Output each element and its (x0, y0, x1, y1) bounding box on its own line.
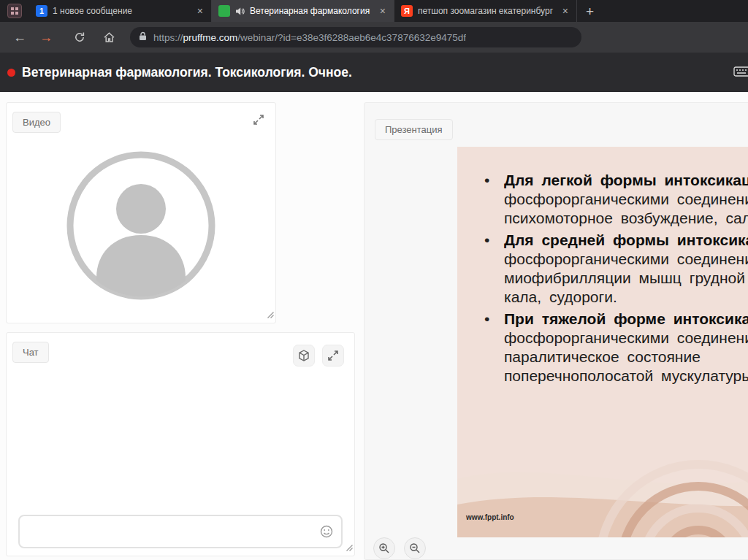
expand-icon[interactable] (322, 345, 344, 367)
slide-text-line: Для легкой формы интоксикации (504, 171, 748, 190)
avatar (64, 148, 218, 306)
address-bar[interactable]: https://pruffme.com/webinar/?id=e38e3f62… (130, 27, 581, 47)
slide-bullet: • Для средней формы интоксикации фосфоро… (484, 231, 748, 307)
expand-icon[interactable] (252, 113, 265, 129)
close-icon[interactable]: × (196, 6, 205, 16)
video-panel: Видео (6, 102, 276, 323)
forward-button[interactable]: → (35, 26, 57, 48)
tab-title: петшоп зоомагазин екатеринбург (418, 6, 556, 16)
slide-footer: www.fppt.info (466, 513, 514, 521)
home-icon[interactable] (98, 26, 120, 48)
presentation-slide: • Для легкой формы интоксикации фосфорор… (457, 147, 748, 537)
slide-text-line: поперечнополосатой мускулатуры (504, 367, 748, 386)
video-panel-label: Видео (12, 112, 61, 133)
webinar-header: Ветеринарная фармакология. Токсикология.… (0, 53, 748, 92)
chat-panel: Чат (6, 332, 355, 556)
zoom-in-icon[interactable] (373, 537, 395, 559)
browser-logo-icon[interactable] (7, 4, 22, 18)
slide-text-line: паралитическое состояние (504, 348, 748, 367)
bullet-marker: • (484, 310, 504, 386)
tab-new-message[interactable]: 1 1 новое сообщение × (29, 0, 212, 22)
close-icon[interactable]: × (561, 6, 570, 16)
slide-bullet: • При тяжелой форме интоксикации фосфоро… (484, 310, 748, 386)
emoji-icon[interactable] (319, 524, 334, 539)
new-tab-button[interactable]: + (586, 4, 594, 18)
webinar-main: Видео Чат (0, 92, 748, 560)
url-path: /webinar/?id=e38e3f6288aeb6e4c37876632e9… (237, 32, 466, 43)
tab-webinar[interactable]: Ветеринарная фармакология × (212, 0, 394, 22)
chat-panel-label: Чат (12, 342, 49, 363)
slide-bullet: • Для легкой формы интоксикации фосфорор… (484, 171, 748, 228)
chat-input-container (18, 515, 343, 548)
bullet-marker: • (484, 231, 504, 307)
refresh-icon[interactable] (69, 26, 91, 48)
url-scheme: https:// (153, 32, 183, 43)
slide-text-line: миофибрилляции мышц грудной клетки (504, 269, 748, 288)
slide-text-line: Для средней формы интоксикации (504, 231, 748, 250)
slide-text-line: фосфорорганическими соединениями (504, 329, 748, 348)
notification-favicon: 1 (36, 5, 47, 17)
cube-icon[interactable] (293, 345, 315, 367)
back-button[interactable]: ← (9, 26, 31, 48)
lock-icon (139, 31, 147, 44)
speaker-icon[interactable] (235, 7, 245, 16)
tab-title: Ветеринарная фармакология (250, 6, 373, 16)
messages-icon[interactable] (733, 66, 748, 78)
chat-input[interactable] (18, 515, 343, 548)
close-icon[interactable]: × (378, 6, 387, 16)
presentation-panel-label: Презентация (375, 119, 453, 140)
resize-handle[interactable] (346, 541, 353, 554)
url-host: pruffme.com (183, 32, 238, 43)
record-dot-icon (7, 69, 15, 77)
slide-text-line: При тяжелой форме интоксикации (504, 310, 748, 329)
slide-text: • Для легкой формы интоксикации фосфорор… (457, 147, 748, 386)
yandex-favicon: Я (401, 5, 413, 17)
url-text: https://pruffme.com/webinar/?id=e38e3f62… (153, 32, 466, 43)
navigation-bar: ← → https://pruffme.com/webinar/?id=e38e… (0, 22, 748, 53)
tab-yandex-search[interactable]: Я петшоп зоомагазин екатеринбург × (394, 0, 577, 22)
resize-handle[interactable] (267, 308, 274, 321)
slide-text-line: фосфорорганическими соединениями (504, 250, 748, 269)
bullet-marker: • (484, 171, 504, 228)
slide-text-line: психомоторное возбуждение, саливация (504, 209, 748, 228)
slide-text-line: кала, судороги. (504, 288, 748, 307)
tab-bar: 1 1 новое сообщение × Ветеринарная фарма… (0, 0, 748, 22)
slide-text-line: фосфорорганическими соединениями (504, 190, 748, 209)
tab-title: 1 новое сообщение (53, 6, 191, 16)
webinar-title: Ветеринарная фармакология. Токсикология.… (22, 65, 352, 80)
presentation-panel: Презентация • Для легкой формы интоксика… (364, 102, 748, 560)
pruffme-favicon (218, 5, 230, 17)
zoom-out-icon[interactable] (404, 537, 426, 559)
